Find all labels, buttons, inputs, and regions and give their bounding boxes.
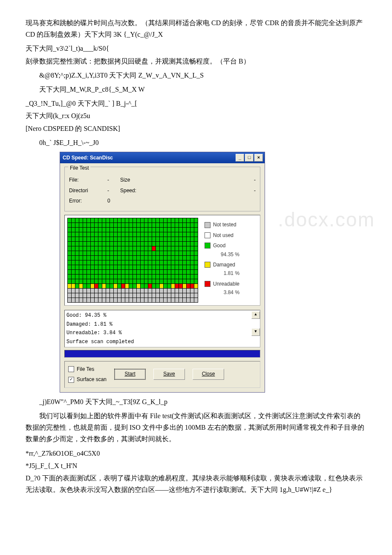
paragraph: _Q3_!N_Tu,]_@0 天下大同_` ] B_j-^_[: [26, 98, 366, 109]
paragraph: 天下大同(k_r:x Oj(z5u: [26, 110, 366, 121]
dash: -: [107, 176, 120, 184]
dash: -: [107, 186, 120, 195]
not-tested-swatch: [205, 222, 210, 228]
file-test-group: File Test File: - Size - Directori - Spe…: [64, 167, 260, 211]
paragraph: *J5j_F_{_X t_H'N: [26, 460, 366, 471]
save-button[interactable]: Save: [153, 369, 185, 380]
file-test-checkbox[interactable]: [68, 366, 74, 372]
unreadable-percent: 3.84 %: [205, 288, 239, 297]
paragraph: 现马赛克和跳帧的碟片时间点与次数。（其结果同样适合家电 CD 的刻录，尽管 CD…: [26, 17, 366, 40]
scroll-down-button[interactable]: ▼: [251, 328, 260, 336]
log-line: Damaged: 1.81 %: [66, 320, 258, 329]
unreadable-swatch: [205, 281, 210, 287]
paragraph: *rr,^_Z7k6O1OE_o4C5X0: [26, 448, 366, 459]
good-swatch: [205, 243, 210, 249]
log-box: Good: 94.35 % Damaged: 1.81 % Unreadable…: [64, 310, 260, 347]
watermark: .docx.com: [278, 203, 375, 236]
progress-bar: [64, 350, 260, 358]
paragraph: &@8Y;^;p)Z.X_i,Y,i3T0 天下大同 Z_W_v_A_VN_K_…: [26, 69, 366, 81]
surface-grid: [67, 218, 199, 303]
maximize-button[interactable]: □: [245, 154, 254, 162]
size-label: Size: [120, 176, 154, 184]
speed-label: Speed:: [120, 186, 154, 195]
window-title: CD Speed: ScanDisc: [63, 153, 113, 162]
log-line: Unreadable: 3.84 %: [66, 329, 258, 337]
damaged-swatch: [205, 262, 210, 268]
dash: -: [254, 176, 256, 184]
minimize-button[interactable]: _: [236, 154, 244, 162]
surface-scan-check-label: Surface scan: [77, 375, 107, 384]
legend-column: Not tested Not used Good 94.35 % Damaged…: [202, 215, 242, 305]
good-percent: 94.35 %: [205, 250, 239, 259]
error-value: 0: [107, 197, 120, 205]
paragraph: _j)E0W"^_PM0 天下大同_~_T3[9Z G_K_l_p: [26, 396, 366, 408]
file-label: File:: [69, 176, 107, 184]
damaged-percent: 1.81 %: [205, 269, 239, 278]
log-line: Good: 94.35 %: [66, 311, 258, 320]
paragraph: D_?0 下面的表面测试区，表明了碟片读取的难易程度。其绿块表示能够顺利读取，黄…: [26, 472, 366, 495]
close-window-button[interactable]: Close: [193, 369, 224, 380]
not-used-swatch: [205, 232, 210, 238]
paragraph: 我们可以看到如上图的软件界面中有 File test(文件测试)区和表面测试区，…: [26, 410, 366, 445]
start-button[interactable]: Start: [114, 369, 146, 380]
surface-panel: Not tested Not used Good 94.35 % Damaged…: [64, 215, 260, 306]
paragraph: 天下大同_v3\2`l_t)a___k/S0{: [26, 43, 366, 54]
paragraph: 刻录数据完整性测试：把数据拷贝回硬盘，并观测其流畅程度。（平台 B）: [26, 55, 366, 67]
paragraph: 0h_` J$E_J_H_\-~_J0: [26, 137, 366, 148]
legend-unreadable: Unreadable: [213, 280, 239, 288]
dash: -: [254, 186, 256, 195]
legend-not-used: Not used: [213, 231, 233, 240]
paragraph: 天下大同_M_W,R_P_c8{_S_M_X W: [26, 84, 366, 95]
scandisc-window: CD Speed: ScanDisc _ □ × File Test File:…: [60, 152, 265, 393]
close-button[interactable]: ×: [254, 154, 263, 162]
titlebar: CD Speed: ScanDisc _ □ ×: [60, 152, 265, 163]
bottom-bar: File Tes ✓ Surface scan Start Save Close: [64, 361, 260, 388]
paragraph: [Nero CDSPEED 的 SCANDISK]: [26, 123, 366, 134]
group-legend: File Test: [68, 164, 90, 172]
directory-label: Directori: [69, 186, 107, 195]
scroll-up-button[interactable]: ▲: [251, 311, 260, 319]
file-test-check-label: File Tes: [77, 365, 94, 373]
legend-not-tested: Not tested: [213, 220, 236, 229]
surface-scan-checkbox[interactable]: ✓: [68, 377, 74, 383]
error-label: Error:: [69, 197, 107, 205]
log-line: Surface scan completed: [66, 338, 258, 346]
legend-damaged: Damaged: [213, 260, 235, 269]
legend-good: Good: [213, 241, 225, 250]
